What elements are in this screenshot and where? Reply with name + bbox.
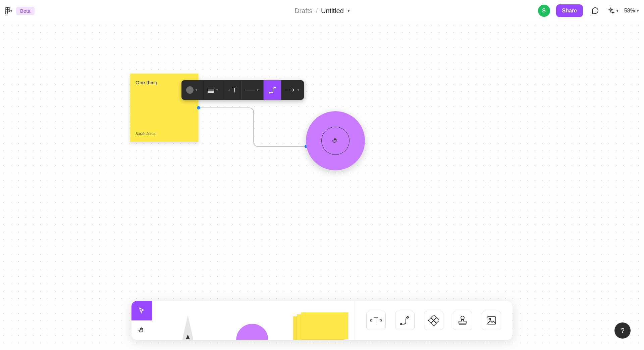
ctx-stroke-weight[interactable]: ▾	[202, 80, 223, 100]
text-t-icon: T	[232, 86, 236, 94]
ctx-connector-curve[interactable]	[264, 80, 281, 100]
color-swatch-icon	[186, 86, 194, 94]
zoom-value: 58%	[624, 8, 635, 14]
arrow-end-icon	[286, 88, 296, 92]
pencil-icon	[182, 315, 194, 340]
sparkle-icon	[607, 7, 614, 14]
ctx-add-text[interactable]: + T	[223, 80, 241, 100]
app-header: ▾ Beta Drafts / Untitled ▾ S Share ▾ 58%…	[0, 0, 644, 21]
cursor-icon	[138, 307, 146, 314]
chevron-down-icon: ▾	[257, 88, 259, 92]
chevron-down-icon: ▾	[216, 88, 218, 92]
preview-stickies-icon	[293, 312, 347, 340]
breadcrumb-folder[interactable]: Drafts	[294, 7, 312, 15]
ellipse-shape[interactable]	[306, 111, 365, 170]
dock-mode-tools	[131, 301, 152, 340]
context-toolbar: ▾ ▾ + T ▾	[181, 80, 304, 100]
comments-button[interactable]	[589, 5, 601, 17]
beta-badge: Beta	[16, 7, 35, 15]
text-tool[interactable]	[366, 311, 386, 330]
chevron-down-icon: ▾	[616, 9, 618, 13]
select-tool[interactable]	[131, 301, 152, 320]
canvas[interactable]: One thing Sarah Jonas ▾ ▾ +	[0, 21, 644, 350]
ai-menu[interactable]: ▾	[607, 7, 618, 14]
ctx-color[interactable]: ▾	[181, 80, 202, 100]
shapes-icon	[428, 315, 439, 326]
add-text-icon: +	[228, 87, 230, 93]
elbow-connector-icon	[268, 86, 276, 94]
dock-actions	[355, 301, 513, 340]
chevron-down-icon: ▾	[196, 88, 197, 92]
shape-inner-ring	[321, 127, 350, 155]
toolbar-dock	[131, 301, 513, 340]
svg-point-6	[275, 87, 276, 88]
image-tool[interactable]	[482, 311, 501, 330]
svg-rect-9	[371, 320, 372, 321]
line-style-icon	[246, 88, 255, 92]
svg-rect-15	[431, 320, 437, 326]
connector-start-handle[interactable]	[197, 106, 200, 110]
connector-tool[interactable]	[395, 311, 415, 330]
help-button[interactable]: ?	[614, 322, 631, 339]
grab-cursor-icon	[332, 137, 339, 144]
header-right: S Share ▾ 58% ▾	[538, 4, 639, 17]
header-left: ▾ Beta	[5, 6, 35, 15]
svg-rect-12	[431, 315, 437, 320]
chevron-down-icon[interactable]: ▾	[348, 9, 350, 13]
hand-icon	[138, 326, 146, 334]
avatar[interactable]: S	[538, 5, 550, 17]
svg-rect-10	[380, 320, 381, 321]
chevron-down-icon: ▾	[10, 9, 12, 13]
chevron-down-icon: ▾	[637, 9, 639, 13]
sticky-author: Sarah Jonas	[136, 132, 193, 136]
stroke-weight-icon	[207, 87, 214, 93]
stamp-icon	[458, 315, 467, 325]
svg-point-16	[461, 316, 464, 319]
breadcrumb: Drafts / Untitled ▾	[294, 7, 350, 15]
ctx-line-style[interactable]: ▾	[241, 80, 264, 100]
svg-rect-13	[428, 318, 434, 323]
figma-menu[interactable]: ▾	[5, 6, 12, 15]
comment-icon	[591, 7, 599, 15]
svg-point-19	[489, 318, 491, 320]
svg-point-0	[8, 10, 10, 12]
breadcrumb-file[interactable]: Untitled	[321, 7, 344, 15]
ctx-end-arrow[interactable]: ▾	[281, 80, 304, 100]
svg-rect-14	[434, 318, 439, 323]
breadcrumb-separator: /	[316, 7, 318, 15]
stamp-tool[interactable]	[453, 311, 472, 330]
zoom-control[interactable]: 58% ▾	[624, 8, 639, 14]
hand-tool[interactable]	[131, 320, 152, 340]
shape-tool[interactable]	[424, 311, 443, 330]
chevron-down-icon: ▾	[298, 88, 299, 92]
figma-icon	[5, 7, 10, 15]
share-button[interactable]: Share	[556, 4, 583, 17]
svg-point-11	[400, 323, 402, 325]
image-icon	[486, 316, 496, 325]
connector-icon	[399, 315, 410, 326]
preview-shape-icon	[236, 324, 268, 340]
text-icon	[370, 316, 382, 325]
dock-preview[interactable]	[152, 301, 355, 340]
